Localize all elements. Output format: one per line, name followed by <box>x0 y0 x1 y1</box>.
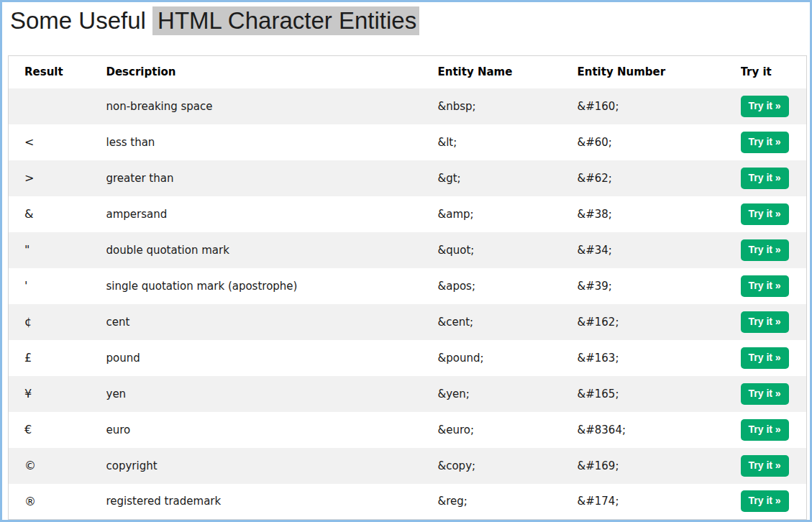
result-cell: ® <box>9 484 106 520</box>
description-cell: non-breaking space <box>106 88 438 124</box>
table-row: ¢cent&cent;&#162;Try it » <box>9 304 807 340</box>
entity-name-cell: &amp; <box>438 196 578 232</box>
entity-number-cell: &#169; <box>578 448 741 484</box>
table-header-row: Result Description Entity Name Entity Nu… <box>9 56 807 88</box>
entity-number-cell: &#34; <box>578 232 741 268</box>
result-cell: < <box>9 124 106 160</box>
table-row: >greater than&gt;&#62;Try it » <box>9 160 807 196</box>
result-cell: & <box>9 196 106 232</box>
try-it-cell: Try it » <box>741 88 807 124</box>
description-cell: registered trademark <box>106 484 438 520</box>
try-it-cell: Try it » <box>741 340 807 376</box>
table-row: ®registered trademark&reg;&#174;Try it » <box>9 484 807 520</box>
try-it-button[interactable]: Try it » <box>741 168 789 189</box>
description-cell: cent <box>106 304 438 340</box>
result-cell: " <box>9 232 106 268</box>
description-cell: greater than <box>106 160 438 196</box>
column-header-description: Description <box>106 56 438 88</box>
table-row: £pound&pound;&#163;Try it » <box>9 340 807 376</box>
table-row: ©copyright&copy;&#169;Try it » <box>9 448 807 484</box>
try-it-button[interactable]: Try it » <box>741 347 789 369</box>
entity-name-cell: &lt; <box>438 124 578 160</box>
entity-number-cell: &#60; <box>578 124 741 160</box>
entity-number-cell: &#163; <box>578 340 741 376</box>
try-it-cell: Try it » <box>741 484 807 520</box>
table-row: <less than&lt;&#60;Try it » <box>9 124 807 160</box>
entities-table: Result Description Entity Name Entity Nu… <box>8 55 807 520</box>
entity-number-cell: &#38; <box>578 196 741 232</box>
entity-name-cell: &reg; <box>438 484 578 520</box>
try-it-cell: Try it » <box>741 376 807 412</box>
result-cell: € <box>9 412 106 448</box>
table-row: ¥yen&yen;&#165;Try it » <box>9 376 807 412</box>
column-header-try-it: Try it <box>741 56 807 88</box>
result-cell: © <box>9 448 106 484</box>
try-it-button[interactable]: Try it » <box>741 490 789 512</box>
try-it-cell: Try it » <box>741 232 807 268</box>
description-cell: ampersand <box>106 196 438 232</box>
description-cell: single quotation mark (apostrophe) <box>106 268 438 304</box>
entity-name-cell: &nbsp; <box>438 88 578 124</box>
result-cell: > <box>9 160 106 196</box>
column-header-entity-name: Entity Name <box>438 56 578 88</box>
entity-name-cell: &pound; <box>438 340 578 376</box>
entity-number-cell: &#62; <box>578 160 741 196</box>
entity-number-cell: &#162; <box>578 304 741 340</box>
try-it-cell: Try it » <box>741 412 807 448</box>
result-cell: ' <box>9 268 106 304</box>
page: Some Useful HTML Character Entities Resu… <box>0 0 812 522</box>
description-cell: pound <box>106 340 438 376</box>
description-cell: less than <box>106 124 438 160</box>
try-it-button[interactable]: Try it » <box>741 132 789 153</box>
table-row: €euro&euro;&#8364;Try it » <box>9 412 807 448</box>
result-cell: £ <box>9 340 106 376</box>
description-cell: double quotation mark <box>106 232 438 268</box>
entity-name-cell: &apos; <box>438 268 578 304</box>
entity-number-cell: &#8364; <box>578 412 741 448</box>
description-cell: copyright <box>106 448 438 484</box>
entity-name-cell: &quot; <box>438 232 578 268</box>
entity-name-cell: &yen; <box>438 376 578 412</box>
result-cell <box>9 88 106 124</box>
table-row: "double quotation mark&quot;&#34;Try it … <box>9 232 807 268</box>
result-cell: ¥ <box>9 376 106 412</box>
entity-number-cell: &#39; <box>578 268 741 304</box>
try-it-cell: Try it » <box>741 196 807 232</box>
try-it-cell: Try it » <box>741 124 807 160</box>
try-it-button[interactable]: Try it » <box>741 311 789 333</box>
description-cell: euro <box>106 412 438 448</box>
table-row: non-breaking space&nbsp;&#160;Try it » <box>9 88 807 124</box>
entity-name-cell: &cent; <box>438 304 578 340</box>
try-it-cell: Try it » <box>741 448 807 484</box>
column-header-result: Result <box>9 56 106 88</box>
try-it-button[interactable]: Try it » <box>741 419 789 441</box>
entity-number-cell: &#165; <box>578 376 741 412</box>
try-it-cell: Try it » <box>741 160 807 196</box>
result-cell: ¢ <box>9 304 106 340</box>
page-title: Some Useful HTML Character Entities <box>10 5 810 37</box>
entity-name-cell: &euro; <box>438 412 578 448</box>
try-it-cell: Try it » <box>741 304 807 340</box>
try-it-button[interactable]: Try it » <box>741 275 789 297</box>
description-cell: yen <box>106 376 438 412</box>
table-row: &ampersand&amp;&#38;Try it » <box>9 196 807 232</box>
entity-number-cell: &#174; <box>578 484 741 520</box>
entity-name-cell: &gt; <box>438 160 578 196</box>
table-row: 'single quotation mark (apostrophe)&apos… <box>9 268 807 304</box>
page-title-plain: Some Useful <box>10 7 152 34</box>
entity-number-cell: &#160; <box>578 88 741 124</box>
entity-name-cell: &copy; <box>438 448 578 484</box>
try-it-button[interactable]: Try it » <box>741 203 789 225</box>
try-it-button[interactable]: Try it » <box>741 96 789 117</box>
try-it-button[interactable]: Try it » <box>741 455 789 477</box>
try-it-button[interactable]: Try it » <box>741 239 789 261</box>
try-it-cell: Try it » <box>741 268 807 304</box>
page-title-highlight: HTML Character Entities <box>152 6 419 35</box>
column-header-entity-number: Entity Number <box>578 56 741 88</box>
try-it-button[interactable]: Try it » <box>741 383 789 405</box>
